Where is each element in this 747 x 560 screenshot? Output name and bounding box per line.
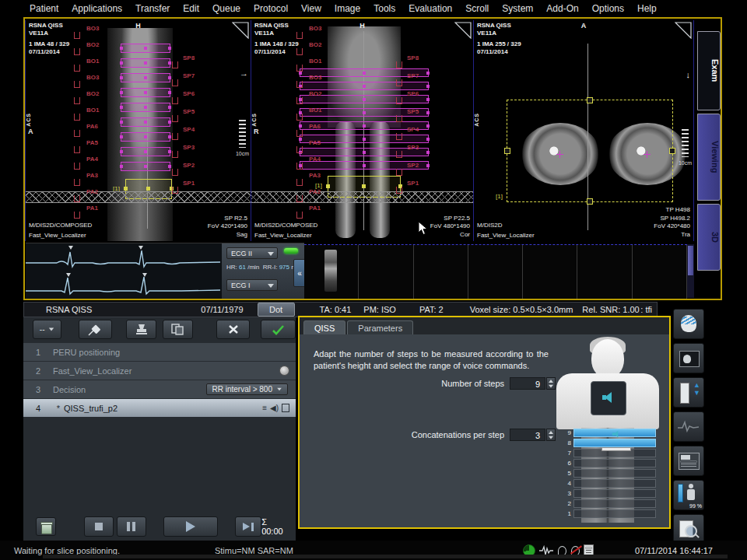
filmstrip-scrollbar[interactable]: [687, 244, 694, 298]
cancel-step-button[interactable]: [216, 320, 250, 339]
scroll-arrow-icon[interactable]: ↓: [686, 70, 691, 79]
filmstrip-cell[interactable]: [633, 245, 687, 299]
stamp-segments-button[interactable]: [126, 320, 156, 339]
filmstrip-cell[interactable]: [523, 245, 577, 299]
menu-item-edit[interactable]: Edit: [183, 3, 199, 14]
status-message: Waiting for slice positioning.: [14, 546, 120, 555]
step-row-bar: [573, 499, 656, 508]
step-row-number: 2: [559, 500, 573, 507]
slice-group[interactable]: [121, 58, 170, 68]
step-row-bar: [573, 429, 656, 437]
slice-position-mark: [296, 130, 303, 137]
slice-position-label: PA6: [309, 123, 321, 130]
filmstrip-cell[interactable]: [304, 245, 359, 299]
slice-group[interactable]: [121, 162, 170, 171]
queue-toolbar: --: [23, 317, 296, 341]
tab-viewing[interactable]: Viewing: [697, 114, 721, 201]
menu-item-patient[interactable]: Patient: [30, 3, 58, 14]
ecg-lead-select-bottom[interactable]: ECG I: [226, 279, 278, 291]
menu-item-applications[interactable]: Applications: [72, 3, 122, 14]
filmstrip-cell[interactable]: [577, 245, 632, 299]
slice-group[interactable]: [121, 44, 170, 53]
contrast-injection-button[interactable]: [79, 320, 112, 339]
skip-button[interactable]: [235, 516, 261, 537]
queue-step-row[interactable]: 4*QISS_trufi_p2≡◀): [23, 399, 296, 417]
patient-registration-button[interactable]: [673, 309, 704, 339]
step-row-bar: [573, 479, 656, 488]
viewport-coronal[interactable]: [1] RSNA QISSVE11A 1 IMA 148 / 32907/11/…: [251, 20, 474, 241]
rr-interval-dropdown[interactable]: RR interval > 800: [206, 383, 288, 395]
menu-item-add-on[interactable]: Add-On: [546, 3, 578, 14]
sar-monitor-button[interactable]: 99 %: [673, 480, 704, 510]
patient-browser-button[interactable]: [673, 343, 704, 373]
ecg-panel: ECG II HR: 61 /min RR-I: 975 ms ECG I «: [26, 243, 304, 299]
slice-group[interactable]: [121, 117, 170, 127]
slice-group[interactable]: [300, 82, 429, 90]
physio-display-button[interactable]: [673, 411, 704, 442]
slice-position-label: BO3: [86, 25, 99, 32]
menu-item-transfer[interactable]: Transfer: [135, 3, 170, 14]
tab-qiss[interactable]: QISS: [303, 320, 345, 334]
menu-item-tools[interactable]: Tools: [374, 3, 395, 14]
step-row[interactable]: 5: [559, 468, 656, 478]
step-row[interactable]: 1: [559, 509, 656, 519]
voice-icon: ◀): [270, 404, 279, 412]
concatenations-field[interactable]: 3: [510, 429, 545, 441]
viewport-axial[interactable]: [1] RSNA QISSVE11A 1 IMA 255 / 32907/11/…: [474, 20, 694, 241]
slice-group[interactable]: [121, 132, 170, 142]
table-hatch-band: [26, 191, 251, 203]
step-row[interactable]: 4: [559, 478, 656, 488]
trash-icon: [40, 521, 51, 533]
step-row[interactable]: 3: [559, 488, 656, 499]
step-row[interactable]: 9: [559, 428, 656, 438]
slice-position-mark: [296, 163, 303, 170]
menu-item-image[interactable]: Image: [335, 3, 360, 14]
discard-button[interactable]: [36, 517, 56, 536]
tab-3d[interactable]: 3D: [697, 204, 721, 271]
menu-item-view[interactable]: View: [301, 3, 321, 14]
queue-step-row[interactable]: 1PERU positioning: [23, 343, 296, 361]
menu-item-help[interactable]: Help: [637, 3, 657, 14]
viewport-sagittal[interactable]: [1] RSNA QISSVE11A 1 IMA 48 / 32907/11/2…: [25, 20, 251, 241]
slice-position-mark: [74, 130, 80, 137]
slice-position-mark: [74, 146, 80, 153]
ecg-lead-select-top[interactable]: ECG II: [226, 247, 278, 259]
slice-group[interactable]: [121, 88, 170, 97]
queue-options-button[interactable]: --: [33, 320, 61, 339]
steps-field[interactable]: 9: [510, 377, 545, 390]
dot-engine-button[interactable]: Dot: [258, 303, 295, 317]
filmstrip-cell[interactable]: [414, 245, 468, 299]
image-text-header: RSNA QISSVE11A 1 IMA 148 / 32907/11/2014: [254, 22, 299, 57]
queue-step-row[interactable]: 2Fast_View_Localizer: [23, 362, 296, 380]
apply-step-button[interactable]: [261, 320, 296, 339]
start-button[interactable]: [163, 516, 218, 537]
copy-references-button[interactable]: [163, 320, 193, 339]
table-position-button[interactable]: ▲▼: [673, 377, 704, 408]
filmstrip-cell[interactable]: [359, 245, 413, 299]
step-row[interactable]: 2: [559, 499, 656, 509]
magnifier-icon: [685, 525, 697, 537]
menu-item-protocol[interactable]: Protocol: [254, 3, 288, 14]
slice-group[interactable]: [121, 103, 170, 112]
pause-button[interactable]: [117, 516, 146, 537]
tab-parameters[interactable]: Parameters: [347, 320, 413, 334]
filmstrip-cell[interactable]: [468, 245, 523, 299]
scroll-arrow-icon[interactable]: →: [240, 68, 248, 78]
menu-item-evaluation[interactable]: Evaluation: [409, 3, 452, 14]
exam-layout-button[interactable]: [673, 446, 704, 476]
menu-item-options[interactable]: Options: [592, 3, 624, 14]
slice-position-label: BO2: [309, 41, 321, 48]
menu-item-queue[interactable]: Queue: [212, 3, 240, 14]
step-range-handle[interactable]: [601, 447, 631, 451]
slice-group[interactable]: [121, 147, 170, 156]
step-row[interactable]: 6: [559, 458, 656, 468]
thumbnail-filmstrip: [304, 244, 687, 299]
tab-exam[interactable]: Exam: [697, 31, 721, 110]
slice-group[interactable]: [121, 73, 170, 82]
stop-button[interactable]: [84, 516, 114, 537]
menu-item-system[interactable]: System: [502, 3, 533, 14]
queue-step-row[interactable]: 3DecisionRR interval > 800: [23, 380, 296, 398]
pat-factor: PAT: 2: [419, 305, 444, 314]
menu-item-scroll[interactable]: Scroll: [465, 3, 489, 14]
geometry-labels: SP P22.5FoV 480*1490Cor: [430, 215, 470, 239]
